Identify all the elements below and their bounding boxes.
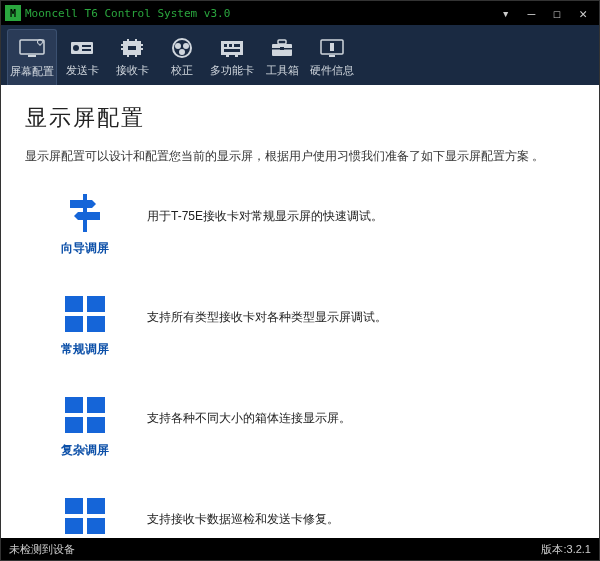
- option-row: 向导调屏 用于T-75E接收卡对常规显示屏的快速调试。: [55, 192, 575, 257]
- option-description: 支持接收卡数据巡检和发送卡修复。: [147, 495, 339, 528]
- option-row: 巡检 支持接收卡数据巡检和发送卡修复。: [55, 495, 575, 538]
- svg-rect-14: [127, 55, 129, 57]
- content-area: 显示屏配置 显示屏配置可以设计和配置您当前的显示屏，根据用户使用习惯我们准备了如…: [1, 85, 599, 538]
- toolbar-item-label: 发送卡: [66, 63, 99, 78]
- option-label: 向导调屏: [61, 240, 109, 257]
- page-description: 显示屏配置可以设计和配置您当前的显示屏，根据用户使用习惯我们准备了如下显示屏配置…: [25, 149, 575, 164]
- svg-rect-12: [127, 39, 129, 41]
- svg-rect-33: [329, 55, 335, 57]
- svg-rect-26: [226, 55, 229, 57]
- option-button-0[interactable]: 向导调屏: [55, 192, 115, 257]
- option-label: 复杂调屏: [61, 442, 109, 459]
- svg-rect-11: [141, 48, 143, 50]
- svg-rect-21: [221, 41, 243, 55]
- svg-point-19: [183, 43, 189, 49]
- svg-rect-8: [121, 44, 123, 46]
- svg-rect-2: [28, 55, 36, 57]
- option-button-3[interactable]: 巡检: [55, 495, 115, 538]
- svg-rect-34: [330, 43, 334, 51]
- svg-rect-6: [82, 49, 91, 51]
- svg-rect-24: [234, 44, 240, 47]
- status-version: 版本:3.2.1: [541, 542, 591, 557]
- toolbar-item-label: 多功能卡: [210, 63, 254, 78]
- toolbar-item-recv-card[interactable]: 接收卡: [107, 29, 157, 85]
- option-description: 用于T-75E接收卡对常规显示屏的快速调试。: [147, 192, 383, 225]
- dropdown-icon[interactable]: ▾: [502, 6, 510, 21]
- statusbar: 未检测到设备 版本:3.2.1: [1, 538, 599, 560]
- toolbar-item-label: 工具箱: [266, 63, 299, 78]
- svg-rect-29: [278, 40, 286, 44]
- svg-rect-9: [121, 48, 123, 50]
- toolbar-item-label: 硬件信息: [310, 63, 354, 78]
- toolbar-item-label: 屏幕配置: [10, 64, 54, 79]
- recv-card-icon: [118, 36, 146, 60]
- svg-rect-0: [20, 40, 44, 54]
- calibrate-icon: [168, 36, 196, 60]
- toolbar-item-screen-config[interactable]: 屏幕配置: [7, 29, 57, 85]
- option-button-1[interactable]: 常规调屏: [55, 293, 115, 358]
- window-title: Mooncell T6 Control System v3.0: [25, 7, 502, 20]
- page-title: 显示屏配置: [25, 103, 575, 133]
- option-label: 常规调屏: [61, 341, 109, 358]
- option-button-2[interactable]: 复杂调屏: [55, 394, 115, 459]
- send-card-icon: [68, 36, 96, 60]
- svg-rect-15: [135, 55, 137, 57]
- window-controls: ▾ — ☐ ✕: [502, 6, 595, 21]
- svg-rect-16: [128, 46, 136, 50]
- svg-rect-22: [224, 44, 227, 47]
- toolbar-item-hw-info[interactable]: 硬件信息: [307, 29, 357, 85]
- option-icon: [62, 495, 108, 537]
- svg-rect-31: [280, 47, 284, 50]
- app-logo-icon: M: [5, 5, 21, 21]
- option-description: 支持各种不同大小的箱体连接显示屏。: [147, 394, 351, 427]
- svg-marker-36: [70, 200, 96, 208]
- toolbar: 屏幕配置发送卡接收卡校正多功能卡工具箱硬件信息: [1, 25, 599, 85]
- svg-rect-27: [235, 55, 238, 57]
- titlebar: M Mooncell T6 Control System v3.0 ▾ — ☐ …: [1, 1, 599, 25]
- svg-rect-25: [224, 49, 240, 52]
- svg-point-20: [179, 49, 185, 55]
- maximize-icon[interactable]: ☐: [553, 6, 561, 21]
- option-icon: [62, 394, 108, 436]
- svg-point-18: [175, 43, 181, 49]
- multi-card-icon: [218, 36, 246, 60]
- status-device: 未检测到设备: [9, 542, 541, 557]
- minimize-icon[interactable]: —: [528, 6, 536, 21]
- hw-info-icon: [318, 36, 346, 60]
- toolbar-item-label: 校正: [171, 63, 193, 78]
- svg-point-4: [73, 45, 79, 51]
- toolbox-icon: [268, 36, 296, 60]
- svg-rect-23: [229, 44, 232, 47]
- svg-rect-13: [135, 39, 137, 41]
- svg-rect-10: [141, 44, 143, 46]
- option-row: 常规调屏 支持所有类型接收卡对各种类型显示屏调试。: [55, 293, 575, 358]
- option-row: 复杂调屏 支持各种不同大小的箱体连接显示屏。: [55, 394, 575, 459]
- option-description: 支持所有类型接收卡对各种类型显示屏调试。: [147, 293, 387, 326]
- svg-rect-5: [82, 45, 91, 47]
- toolbar-item-multi-card[interactable]: 多功能卡: [207, 29, 257, 85]
- option-icon: [62, 293, 108, 335]
- close-icon[interactable]: ✕: [579, 6, 587, 21]
- svg-marker-37: [74, 212, 100, 220]
- toolbar-item-send-card[interactable]: 发送卡: [57, 29, 107, 85]
- toolbar-item-label: 接收卡: [116, 63, 149, 78]
- option-icon: [62, 192, 108, 234]
- screen-config-icon: [18, 37, 46, 61]
- options-list: 向导调屏 用于T-75E接收卡对常规显示屏的快速调试。 常规调屏 支持所有类型接…: [25, 192, 575, 538]
- toolbar-item-toolbox[interactable]: 工具箱: [257, 29, 307, 85]
- toolbar-item-calibrate[interactable]: 校正: [157, 29, 207, 85]
